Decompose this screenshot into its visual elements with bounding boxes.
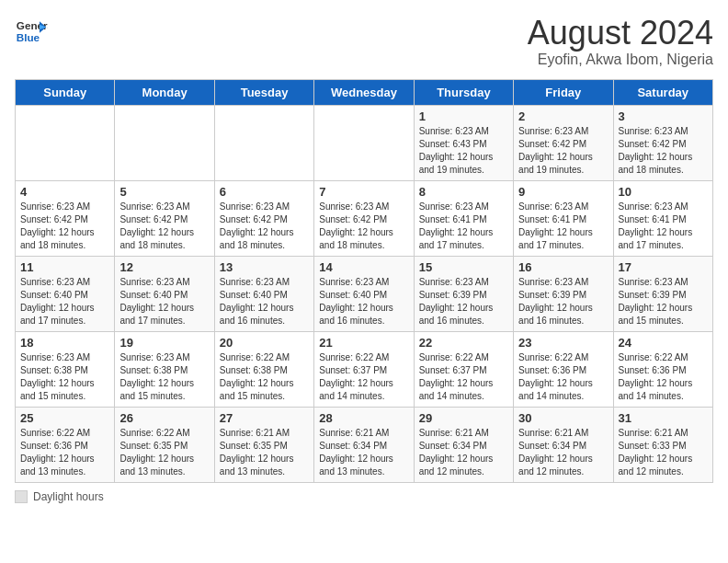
calendar-day-cell: 1Sunrise: 6:23 AM Sunset: 6:43 PM Daylig… [414,105,513,180]
day-number: 5 [119,185,209,199]
page-title: August 2024 [528,15,713,52]
calendar-week-row: 25Sunrise: 6:22 AM Sunset: 6:36 PM Dayli… [16,407,713,482]
calendar-day-cell: 3Sunrise: 6:23 AM Sunset: 6:42 PM Daylig… [613,105,712,180]
page-subtitle: Eyofin, Akwa Ibom, Nigeria [528,52,713,68]
day-number: 2 [518,109,608,123]
day-number: 14 [319,260,408,274]
calendar-day-cell: 22Sunrise: 6:22 AM Sunset: 6:37 PM Dayli… [414,331,513,407]
weekday-header: Monday [115,79,214,105]
day-info: Sunrise: 6:23 AM Sunset: 6:43 PM Dayligh… [419,125,508,177]
calendar-day-cell: 12Sunrise: 6:23 AM Sunset: 6:40 PM Dayli… [115,256,214,331]
calendar-day-cell: 28Sunrise: 6:21 AM Sunset: 6:34 PM Dayli… [314,407,414,482]
header: General Blue August 2024 Eyofin, Akwa Ib… [15,15,713,68]
day-info: Sunrise: 6:22 AM Sunset: 6:36 PM Dayligh… [20,427,109,478]
calendar-day-cell: 20Sunrise: 6:22 AM Sunset: 6:38 PM Dayli… [214,331,313,407]
day-info: Sunrise: 6:23 AM Sunset: 6:38 PM Dayligh… [20,351,109,403]
day-number: 27 [220,411,309,425]
calendar-day-cell: 15Sunrise: 6:23 AM Sunset: 6:39 PM Dayli… [414,256,513,331]
day-number: 4 [20,185,109,199]
logo: General Blue [15,15,48,48]
day-number: 7 [319,185,408,199]
day-info: Sunrise: 6:23 AM Sunset: 6:39 PM Dayligh… [619,276,708,327]
day-info: Sunrise: 6:23 AM Sunset: 6:39 PM Dayligh… [419,276,508,327]
day-number: 13 [220,260,309,274]
day-info: Sunrise: 6:21 AM Sunset: 6:33 PM Dayligh… [619,427,708,478]
weekday-header: Tuesday [214,79,313,105]
day-info: Sunrise: 6:22 AM Sunset: 6:38 PM Dayligh… [220,351,309,403]
footer-note: Daylight hours [15,490,713,503]
calendar-day-cell: 11Sunrise: 6:23 AM Sunset: 6:40 PM Dayli… [16,256,115,331]
calendar-day-cell: 23Sunrise: 6:22 AM Sunset: 6:36 PM Dayli… [514,331,613,407]
calendar-day-cell: 19Sunrise: 6:23 AM Sunset: 6:38 PM Dayli… [115,331,214,407]
weekday-header: Thursday [414,79,513,105]
day-info: Sunrise: 6:22 AM Sunset: 6:36 PM Dayligh… [518,351,608,403]
day-info: Sunrise: 6:23 AM Sunset: 6:42 PM Dayligh… [20,201,109,252]
day-info: Sunrise: 6:23 AM Sunset: 6:42 PM Dayligh… [119,201,209,252]
calendar-day-cell: 13Sunrise: 6:23 AM Sunset: 6:40 PM Dayli… [214,256,313,331]
day-info: Sunrise: 6:23 AM Sunset: 6:42 PM Dayligh… [319,201,408,252]
calendar-day-cell: 21Sunrise: 6:22 AM Sunset: 6:37 PM Dayli… [314,331,414,407]
calendar-table: SundayMondayTuesdayWednesdayThursdayFrid… [15,79,713,483]
calendar-day-cell: 7Sunrise: 6:23 AM Sunset: 6:42 PM Daylig… [314,180,414,256]
day-number: 16 [518,260,608,274]
weekday-header: Saturday [613,79,712,105]
day-info: Sunrise: 6:21 AM Sunset: 6:34 PM Dayligh… [419,427,508,478]
day-info: Sunrise: 6:22 AM Sunset: 6:37 PM Dayligh… [419,351,508,403]
calendar-week-row: 18Sunrise: 6:23 AM Sunset: 6:38 PM Dayli… [16,331,713,407]
day-info: Sunrise: 6:21 AM Sunset: 6:34 PM Dayligh… [319,427,408,478]
day-info: Sunrise: 6:22 AM Sunset: 6:35 PM Dayligh… [119,427,209,478]
day-number: 29 [419,411,508,425]
calendar-day-cell: 25Sunrise: 6:22 AM Sunset: 6:36 PM Dayli… [16,407,115,482]
day-info: Sunrise: 6:23 AM Sunset: 6:40 PM Dayligh… [20,276,109,327]
day-number: 28 [319,411,408,425]
day-number: 1 [419,109,508,123]
day-info: Sunrise: 6:23 AM Sunset: 6:38 PM Dayligh… [119,351,209,403]
calendar-day-cell: 17Sunrise: 6:23 AM Sunset: 6:39 PM Dayli… [613,256,712,331]
calendar-day-cell: 8Sunrise: 6:23 AM Sunset: 6:41 PM Daylig… [414,180,513,256]
calendar-day-cell: 5Sunrise: 6:23 AM Sunset: 6:42 PM Daylig… [115,180,214,256]
calendar-day-cell [16,105,115,180]
calendar-week-row: 11Sunrise: 6:23 AM Sunset: 6:40 PM Dayli… [16,256,713,331]
day-number: 31 [619,411,708,425]
day-number: 12 [119,260,209,274]
calendar-week-row: 4Sunrise: 6:23 AM Sunset: 6:42 PM Daylig… [16,180,713,256]
calendar-day-cell: 16Sunrise: 6:23 AM Sunset: 6:39 PM Dayli… [514,256,613,331]
weekday-header: Sunday [16,79,115,105]
day-info: Sunrise: 6:23 AM Sunset: 6:41 PM Dayligh… [619,201,708,252]
day-number: 25 [20,411,109,425]
day-number: 18 [20,336,109,350]
day-number: 8 [419,185,508,199]
weekday-header: Friday [514,79,613,105]
calendar-day-cell: 29Sunrise: 6:21 AM Sunset: 6:34 PM Dayli… [414,407,513,482]
calendar-week-row: 1Sunrise: 6:23 AM Sunset: 6:43 PM Daylig… [16,105,713,180]
day-info: Sunrise: 6:23 AM Sunset: 6:40 PM Dayligh… [319,276,408,327]
day-number: 9 [518,185,608,199]
weekday-header: Wednesday [314,79,414,105]
calendar-day-cell: 31Sunrise: 6:21 AM Sunset: 6:33 PM Dayli… [613,407,712,482]
day-info: Sunrise: 6:21 AM Sunset: 6:34 PM Dayligh… [518,427,608,478]
calendar-day-cell: 24Sunrise: 6:22 AM Sunset: 6:36 PM Dayli… [613,331,712,407]
day-number: 19 [119,336,209,350]
day-info: Sunrise: 6:23 AM Sunset: 6:42 PM Dayligh… [220,201,309,252]
daylight-box-icon [15,490,28,503]
day-number: 22 [419,336,508,350]
calendar-day-cell [115,105,214,180]
day-info: Sunrise: 6:21 AM Sunset: 6:35 PM Dayligh… [220,427,309,478]
calendar-day-cell: 30Sunrise: 6:21 AM Sunset: 6:34 PM Dayli… [514,407,613,482]
day-number: 11 [20,260,109,274]
calendar-day-cell: 27Sunrise: 6:21 AM Sunset: 6:35 PM Dayli… [214,407,313,482]
day-info: Sunrise: 6:23 AM Sunset: 6:41 PM Dayligh… [518,201,608,252]
day-number: 24 [619,336,708,350]
day-number: 30 [518,411,608,425]
day-number: 26 [119,411,209,425]
day-number: 3 [619,109,708,123]
day-info: Sunrise: 6:22 AM Sunset: 6:37 PM Dayligh… [319,351,408,403]
svg-text:Blue: Blue [17,31,40,43]
logo-icon: General Blue [15,15,48,48]
calendar-day-cell: 14Sunrise: 6:23 AM Sunset: 6:40 PM Dayli… [314,256,414,331]
day-number: 17 [619,260,708,274]
day-info: Sunrise: 6:23 AM Sunset: 6:41 PM Dayligh… [419,201,508,252]
day-number: 23 [518,336,608,350]
calendar-day-cell: 26Sunrise: 6:22 AM Sunset: 6:35 PM Dayli… [115,407,214,482]
day-info: Sunrise: 6:23 AM Sunset: 6:42 PM Dayligh… [619,125,708,177]
